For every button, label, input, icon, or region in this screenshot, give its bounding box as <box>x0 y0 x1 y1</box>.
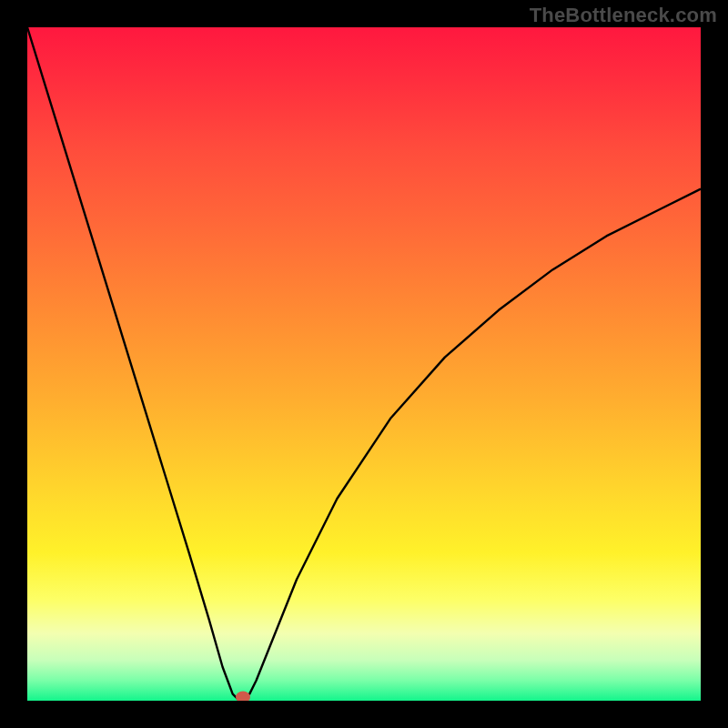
bottleneck-curve-path <box>27 27 701 701</box>
chart-frame: TheBottleneck.com <box>0 0 728 728</box>
chart-overlay <box>27 27 701 701</box>
plot-area <box>27 27 701 701</box>
watermark-text: TheBottleneck.com <box>530 4 717 27</box>
minimum-marker <box>236 692 250 702</box>
